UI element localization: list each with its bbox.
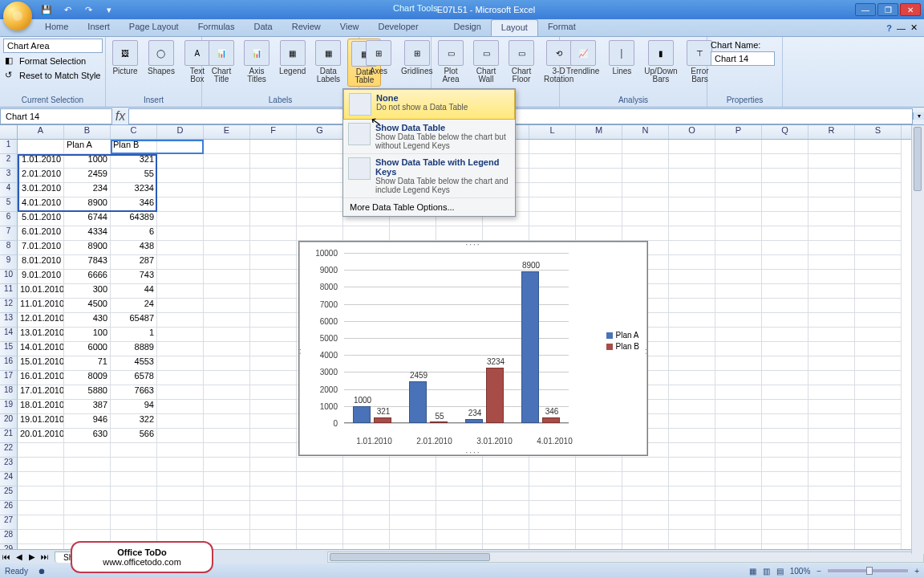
cell[interactable]: 566 <box>111 429 157 443</box>
cell[interactable] <box>762 226 808 241</box>
column-header[interactable]: P <box>715 125 762 139</box>
cell[interactable]: 55 <box>111 169 157 183</box>
cell[interactable] <box>669 183 715 197</box>
row-header[interactable]: 3 <box>0 169 18 183</box>
cell[interactable]: 4334 <box>64 226 111 241</box>
cell[interactable] <box>250 313 297 328</box>
cell[interactable] <box>157 356 204 371</box>
cell[interactable]: 65487 <box>111 313 157 328</box>
cell[interactable]: 94 <box>111 400 157 414</box>
cell[interactable]: 4.01.2010 <box>18 197 64 212</box>
cell[interactable] <box>576 212 622 226</box>
cell[interactable] <box>808 197 855 212</box>
bar-plan-a[interactable] <box>465 419 483 423</box>
cell[interactable] <box>204 212 250 226</box>
cell[interactable] <box>808 270 855 284</box>
cell[interactable] <box>622 515 669 530</box>
lines-button[interactable]: │Lines <box>606 39 638 77</box>
cell[interactable] <box>762 342 808 356</box>
cell[interactable] <box>669 140 715 154</box>
undo-icon[interactable]: ↶ <box>59 2 75 18</box>
menu-item-none[interactable]: None Do not show a Data Table <box>343 89 515 120</box>
gridlines-button[interactable]: ⊞Gridlines <box>398 39 436 77</box>
macro-record-icon[interactable]: ⏺ <box>38 567 46 576</box>
cell[interactable] <box>855 530 902 544</box>
maximize-button[interactable]: ❐ <box>877 3 898 16</box>
cell[interactable] <box>297 458 343 472</box>
cell[interactable] <box>808 212 855 226</box>
cell[interactable] <box>855 472 902 486</box>
row-header[interactable]: 7 <box>0 226 18 241</box>
cell[interactable] <box>808 183 855 197</box>
cell[interactable] <box>576 515 622 530</box>
formula-input[interactable] <box>128 108 913 124</box>
bar-plan-a[interactable] <box>353 406 371 423</box>
cell[interactable] <box>157 299 204 313</box>
cell[interactable]: 17.01.2010 <box>18 385 64 400</box>
zoom-level[interactable]: 100% <box>790 567 811 576</box>
cell[interactable] <box>250 299 297 313</box>
cell[interactable] <box>204 515 250 530</box>
cell[interactable] <box>622 154 669 169</box>
cell[interactable] <box>855 443 902 458</box>
cell[interactable] <box>669 342 715 356</box>
cell[interactable] <box>483 458 529 472</box>
cell[interactable]: 44 <box>111 284 157 299</box>
cell[interactable] <box>808 356 855 371</box>
cell[interactable]: 12.01.2010 <box>18 313 64 328</box>
cell[interactable] <box>762 140 808 154</box>
cell[interactable] <box>762 241 808 255</box>
cell[interactable] <box>669 197 715 212</box>
cell[interactable]: 8889 <box>111 342 157 356</box>
cell[interactable]: 430 <box>64 313 111 328</box>
cell[interactable] <box>157 313 204 328</box>
cell[interactable] <box>204 356 250 371</box>
cell[interactable] <box>808 443 855 458</box>
column-header[interactable]: G <box>297 125 343 139</box>
cell[interactable] <box>297 226 343 241</box>
cell[interactable] <box>622 140 669 154</box>
row-header[interactable]: 23 <box>0 458 18 472</box>
column-header[interactable]: A <box>18 125 64 139</box>
cell[interactable] <box>250 226 297 241</box>
cell[interactable] <box>390 472 436 486</box>
cell[interactable] <box>297 486 343 501</box>
last-sheet-icon[interactable]: ⏭ <box>38 552 51 561</box>
cell[interactable] <box>855 255 902 270</box>
cell[interactable] <box>250 486 297 501</box>
cell[interactable] <box>529 197 576 212</box>
cell[interactable] <box>157 429 204 443</box>
row-header[interactable]: 17 <box>0 371 18 385</box>
cell[interactable] <box>204 472 250 486</box>
cell[interactable] <box>529 458 576 472</box>
close-workbook-icon[interactable]: ✕ <box>910 22 918 33</box>
cell[interactable] <box>436 501 483 515</box>
cell[interactable] <box>64 443 111 458</box>
cell[interactable] <box>157 197 204 212</box>
cell[interactable] <box>855 414 902 429</box>
cell[interactable] <box>529 486 576 501</box>
cell[interactable] <box>18 443 64 458</box>
cell[interactable] <box>622 169 669 183</box>
cell[interactable] <box>715 429 762 443</box>
cell[interactable] <box>390 458 436 472</box>
cell[interactable] <box>762 299 808 313</box>
cell[interactable] <box>250 328 297 342</box>
cell[interactable] <box>18 472 64 486</box>
cell[interactable] <box>204 501 250 515</box>
column-header[interactable]: C <box>111 125 157 139</box>
cell[interactable] <box>250 472 297 486</box>
cell[interactable] <box>576 140 622 154</box>
cell[interactable]: 1 <box>111 328 157 342</box>
cell[interactable]: 18.01.2010 <box>18 400 64 414</box>
cell[interactable] <box>204 241 250 255</box>
cell[interactable] <box>762 429 808 443</box>
cell[interactable]: 321 <box>111 154 157 169</box>
cell[interactable]: 6744 <box>64 212 111 226</box>
cell[interactable] <box>157 342 204 356</box>
cell[interactable] <box>622 530 669 544</box>
cell[interactable] <box>297 183 343 197</box>
cell[interactable] <box>390 486 436 501</box>
cell[interactable] <box>669 414 715 429</box>
cell[interactable] <box>762 530 808 544</box>
